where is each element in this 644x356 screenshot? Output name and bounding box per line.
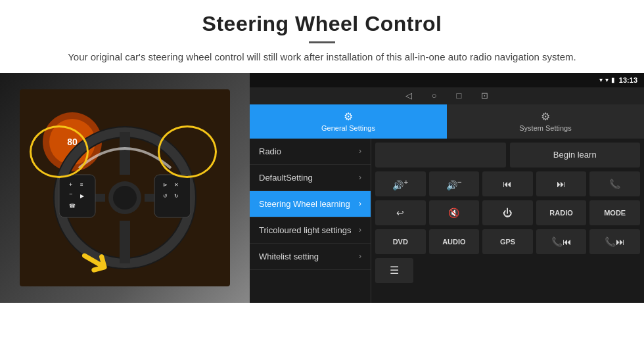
call-button[interactable]: 📞	[589, 171, 640, 196]
begin-learn-row: Begin learn	[375, 143, 640, 167]
control-buttons-row1: 🔊+ 🔊− ⏮ ⏭ 📞	[375, 171, 640, 196]
left-highlight-circle	[30, 125, 89, 178]
default-chevron-icon: ›	[359, 173, 361, 182]
call-next-icon: 📞⏭	[605, 236, 625, 247]
steering-wheel-svg: 80 + − ☎ ≡ ▶ ⊳	[20, 89, 230, 286]
dvd-label: DVD	[393, 238, 408, 246]
status-icons: ▾ ▾ ▮	[599, 76, 615, 83]
next-icon: ⏭	[557, 179, 566, 189]
menu-item-tricoloured[interactable]: Tricoloured light settings ›	[250, 217, 371, 244]
audio-label: AUDIO	[442, 238, 465, 246]
svg-text:−: −	[69, 190, 72, 197]
blank-box	[375, 143, 506, 167]
gps-label: GPS	[500, 238, 515, 246]
car-image-area: 80 + − ☎ ≡ ▶ ⊳	[0, 73, 250, 303]
svg-rect-12	[59, 175, 95, 217]
menu-item-radio-label: Radio	[259, 146, 281, 156]
battery-icon: ▮	[611, 76, 615, 83]
call-icon: 📞	[609, 179, 620, 189]
control-buttons-row3: DVD AUDIO GPS 📞⏮ 📞⏭	[375, 229, 640, 254]
menu-item-steering-label: Steering Wheel learning	[259, 199, 350, 209]
call-next-button[interactable]: 📞⏭	[589, 229, 640, 254]
prev-button[interactable]: ⏮	[482, 171, 533, 196]
top-section: Steering Wheel Control Your original car…	[0, 0, 644, 73]
status-bar: ▾ ▾ ▮ 13:13	[250, 73, 644, 87]
mode-button-label: MODE	[604, 209, 626, 217]
vol-up-button[interactable]: 🔊+	[375, 171, 426, 196]
menu-item-default-label: DefaultSetting	[259, 173, 313, 183]
general-settings-icon: ⚙	[344, 110, 353, 123]
back-button[interactable]: ↩	[375, 200, 426, 225]
next-button[interactable]: ⏭	[536, 171, 587, 196]
svg-text:≡: ≡	[80, 182, 83, 188]
vol-down-button[interactable]: 🔊−	[429, 171, 480, 196]
back-icon: ↩	[396, 208, 404, 218]
menu-item-steering[interactable]: Steering Wheel learning ›	[250, 191, 371, 217]
menu-item-tricoloured-label: Tricoloured light settings	[259, 225, 351, 235]
power-button[interactable]: ⏻	[482, 200, 533, 225]
menu-item-whitelist[interactable]: Whitelist setting ›	[250, 244, 371, 270]
wifi-icon: ▾	[599, 76, 603, 83]
control-buttons-row2: ↩ 🔇 ⏻ RADIO MODE	[375, 200, 640, 225]
subtitle: Your original car's steering wheel contr…	[13, 50, 631, 65]
back-nav-icon[interactable]: ◁	[405, 91, 412, 100]
svg-point-11	[113, 186, 137, 210]
vol-down-icon: 🔊−	[446, 177, 462, 190]
menu-icon-button[interactable]: ☰	[375, 258, 413, 283]
page-title: Steering Wheel Control	[13, 12, 631, 36]
mode-button[interactable]: MODE	[589, 200, 640, 225]
last-row-buttons: ☰	[375, 258, 640, 283]
radio-chevron-icon: ›	[359, 146, 361, 156]
vol-up-icon: 🔊+	[392, 177, 408, 190]
signal-icon: ▾	[605, 76, 609, 83]
content-area: Radio › DefaultSetting › Steering Wheel …	[250, 139, 644, 303]
svg-text:✕: ✕	[174, 182, 179, 188]
steering-wheel-background: 80 + − ☎ ≡ ▶ ⊳	[0, 73, 250, 303]
prev-icon: ⏮	[503, 179, 512, 189]
call-prev-button[interactable]: 📞⏮	[536, 229, 587, 254]
mute-icon: 🔇	[448, 208, 459, 218]
dvd-button[interactable]: DVD	[375, 229, 426, 254]
tab-general-settings-label: General Settings	[321, 124, 375, 132]
svg-text:☎: ☎	[69, 203, 76, 209]
call-prev-icon: 📞⏮	[551, 236, 572, 247]
recents-nav-icon[interactable]: □	[457, 91, 462, 100]
power-icon: ⏻	[503, 208, 512, 218]
gps-button[interactable]: GPS	[482, 229, 533, 254]
menu-nav-icon[interactable]: ⊡	[481, 91, 488, 100]
svg-text:▶: ▶	[80, 193, 85, 199]
android-ui: ▾ ▾ ▮ 13:13 ◁ ○ □ ⊡ ⚙ General Settings ⚙…	[250, 73, 644, 303]
svg-text:+: +	[69, 181, 72, 188]
begin-learn-button[interactable]: Begin learn	[510, 143, 641, 167]
svg-text:↺: ↺	[163, 193, 168, 199]
status-time: 13:13	[619, 76, 637, 84]
svg-text:↻: ↻	[174, 193, 179, 199]
right-panel: Begin learn 🔊+ 🔊− ⏮ ⏭	[371, 139, 644, 303]
nav-bar: ◁ ○ □ ⊡	[250, 87, 644, 104]
tab-bar: ⚙ General Settings ⚙ System Settings	[250, 104, 644, 139]
system-settings-icon: ⚙	[541, 110, 550, 123]
radio-button[interactable]: RADIO	[536, 200, 587, 225]
left-menu: Radio › DefaultSetting › Steering Wheel …	[250, 139, 371, 303]
svg-text:⊳: ⊳	[163, 182, 168, 188]
right-highlight-circle	[158, 125, 217, 178]
bottom-section: 80 + − ☎ ≡ ▶ ⊳	[0, 73, 644, 303]
tab-system-settings[interactable]: ⚙ System Settings	[447, 104, 644, 139]
audio-button[interactable]: AUDIO	[429, 229, 480, 254]
steering-chevron-icon: ›	[359, 199, 361, 208]
menu-lines-icon: ☰	[390, 264, 399, 277]
tab-system-settings-label: System Settings	[519, 124, 571, 132]
mute-button[interactable]: 🔇	[429, 200, 480, 225]
menu-item-radio[interactable]: Radio ›	[250, 139, 371, 165]
title-divider	[309, 41, 335, 43]
home-nav-icon[interactable]: ○	[432, 91, 437, 100]
menu-item-whitelist-label: Whitelist setting	[259, 252, 319, 261]
tricoloured-chevron-icon: ›	[359, 225, 361, 234]
whitelist-chevron-icon: ›	[359, 252, 361, 261]
svg-rect-18	[154, 175, 191, 217]
tab-general-settings[interactable]: ⚙ General Settings	[250, 104, 447, 139]
menu-item-default[interactable]: DefaultSetting ›	[250, 165, 371, 191]
radio-button-label: RADIO	[549, 209, 572, 217]
